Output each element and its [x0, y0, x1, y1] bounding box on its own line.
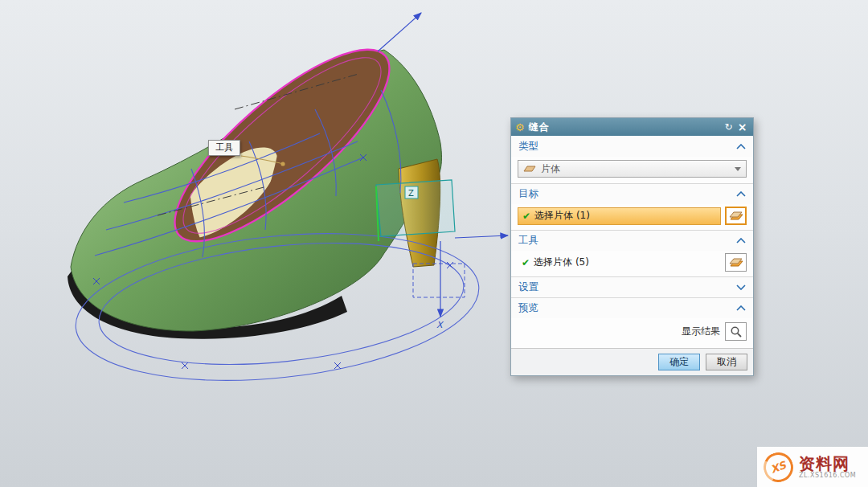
- svg-text:Z: Z: [408, 189, 414, 198]
- dropdown-arrow-icon: [735, 167, 741, 171]
- check-icon: ✔: [522, 257, 530, 268]
- target-select-label: 选择片体 (1): [534, 209, 590, 223]
- combo-value: 片体: [541, 162, 730, 176]
- target-select-row: ✔ 选择片体 (1): [511, 204, 753, 230]
- section-header-tool[interactable]: 工具: [511, 230, 753, 251]
- watermark-brand: 资料网: [799, 455, 856, 473]
- magnifier-icon: [730, 325, 743, 338]
- dialog-footer: 确定 取消: [511, 348, 753, 375]
- svg-text:X: X: [436, 320, 444, 330]
- type-section-body: 片体: [511, 157, 753, 183]
- tool-select-row: ✔ 选择片体 (5): [511, 251, 753, 276]
- show-result-label: 显示结果: [682, 325, 720, 338]
- tool-select-sheet-button[interactable]: [725, 253, 747, 272]
- shoe-model[interactable]: [68, 22, 441, 339]
- section-header-settings[interactable]: 设置: [511, 276, 753, 297]
- preview-row: 显示结果: [511, 318, 753, 348]
- tool-tooltip: 工具: [208, 140, 240, 156]
- show-result-button[interactable]: [725, 322, 747, 341]
- section-header-preview[interactable]: 预览: [511, 297, 753, 318]
- target-select-sheet-button[interactable]: [725, 207, 747, 225]
- body-type-combobox[interactable]: 片体: [518, 160, 747, 178]
- section-label-settings: 设置: [518, 280, 538, 294]
- section-label-preview: 预览: [518, 301, 538, 315]
- section-label-tool: 工具: [518, 234, 538, 248]
- watermark-logo: XS: [760, 448, 797, 485]
- dialog-titlebar[interactable]: ⚙ 缝合 ↻ ×: [511, 118, 753, 136]
- chevron-up-icon[interactable]: [736, 238, 746, 244]
- chevron-up-icon[interactable]: [736, 191, 746, 197]
- chevron-down-icon[interactable]: [736, 284, 746, 290]
- target-select-field[interactable]: ✔ 选择片体 (1): [518, 207, 721, 225]
- cancel-button[interactable]: 取消: [706, 354, 747, 370]
- select-sheet-icon: [729, 211, 743, 222]
- datum-rect: [413, 264, 465, 297]
- chevron-up-icon[interactable]: [736, 305, 746, 311]
- section-label-type: 类型: [518, 140, 538, 153]
- select-sheet-icon: [729, 257, 743, 268]
- chevron-up-icon[interactable]: [736, 144, 746, 149]
- watermark: XS 资料网 ZL.XS1616.COM: [757, 447, 868, 487]
- dialog-title: 缝合: [529, 121, 722, 134]
- sew-dialog: ⚙ 缝合 ↻ × 类型 片体 目标: [510, 117, 754, 376]
- watermark-logo-text: XS: [769, 459, 788, 476]
- watermark-subtext: ZL.XS1616.COM: [799, 473, 856, 480]
- gear-icon[interactable]: ⚙: [515, 122, 525, 133]
- section-header-type[interactable]: 类型: [511, 136, 753, 157]
- reset-icon[interactable]: ↻: [722, 118, 735, 136]
- close-icon[interactable]: ×: [735, 118, 749, 136]
- section-header-target[interactable]: 目标: [511, 183, 753, 204]
- application-window: Z X 工具 ⚙ 缝合 ↻ × 类型: [0, 0, 868, 487]
- check-icon: ✔: [522, 211, 530, 222]
- section-label-target: 目标: [518, 187, 538, 201]
- ok-button[interactable]: 确定: [658, 354, 700, 370]
- tool-select-field[interactable]: ✔ 选择片体 (5): [518, 254, 721, 272]
- z-axis-label: Z: [405, 186, 418, 198]
- sheet-body-icon: [523, 164, 536, 174]
- tooltip-label: 工具: [215, 142, 233, 153]
- tool-select-label: 选择片体 (5): [534, 256, 589, 269]
